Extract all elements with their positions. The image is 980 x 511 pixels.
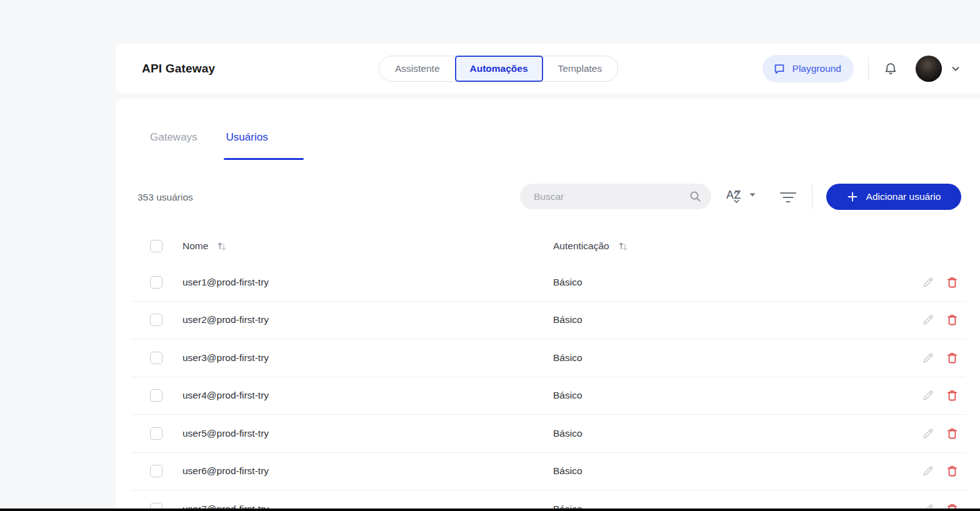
auth-type-cell: Básico bbox=[553, 352, 582, 364]
auth-type-cell: Básico bbox=[553, 465, 582, 477]
bottom-edge-bar bbox=[0, 509, 980, 511]
row-actions bbox=[922, 427, 958, 440]
edit-pencil-icon[interactable] bbox=[922, 389, 934, 402]
user-name-cell: user2@prod-first-try bbox=[182, 314, 269, 325]
add-user-button[interactable]: Adicionar usuário bbox=[826, 184, 961, 210]
playground-label: Playground bbox=[792, 63, 841, 74]
row-checkbox[interactable] bbox=[150, 427, 162, 440]
edit-pencil-icon[interactable] bbox=[922, 427, 934, 440]
header-nav-tabs: Assistente Automações Templates bbox=[379, 56, 618, 82]
content-panel: Gateways Usuários 353 usuários AZ bbox=[116, 99, 980, 511]
row-actions bbox=[922, 389, 958, 402]
chat-bubble-icon bbox=[773, 62, 786, 75]
table-row: user3@prod-first-try Básico bbox=[131, 339, 966, 377]
page-title: API Gateway bbox=[142, 62, 215, 76]
delete-trash-icon[interactable] bbox=[946, 276, 958, 289]
sort-arrows-icon[interactable] bbox=[216, 240, 228, 252]
controls-divider bbox=[812, 184, 812, 209]
notifications-bell-icon[interactable] bbox=[881, 59, 901, 79]
section-tabs: Gateways Usuários bbox=[150, 131, 268, 144]
delete-trash-icon[interactable] bbox=[946, 465, 958, 477]
table-row: user2@prod-first-try Básico bbox=[131, 302, 966, 340]
row-actions bbox=[922, 352, 958, 364]
auth-type-cell: Básico bbox=[553, 277, 582, 288]
tab-usuarios[interactable]: Usuários bbox=[226, 131, 268, 144]
header-right-cluster: Playground bbox=[762, 44, 961, 93]
user-name-cell: user6@prod-first-try bbox=[182, 465, 269, 477]
add-user-label: Adicionar usuário bbox=[866, 191, 941, 202]
auth-type-cell: Básico bbox=[553, 428, 582, 439]
table-row: user5@prod-first-try Básico bbox=[131, 415, 966, 453]
chevron-down-icon[interactable] bbox=[950, 63, 961, 74]
sort-arrows-icon[interactable] bbox=[618, 240, 629, 252]
search-input[interactable] bbox=[520, 184, 711, 209]
row-checkbox[interactable] bbox=[150, 389, 162, 402]
table-header-row: Nome Autenticação bbox=[131, 228, 966, 264]
playground-button[interactable]: Playground bbox=[762, 55, 854, 82]
plus-icon bbox=[847, 191, 858, 202]
user-name-cell: user5@prod-first-try bbox=[182, 428, 269, 439]
select-all-checkbox[interactable] bbox=[150, 240, 162, 252]
row-checkbox[interactable] bbox=[150, 352, 162, 364]
sort-az-icon: AZ bbox=[726, 188, 741, 202]
nav-tab-templates[interactable]: Templates bbox=[542, 56, 618, 81]
row-checkbox[interactable] bbox=[150, 314, 162, 326]
tab-gateways[interactable]: Gateways bbox=[150, 131, 198, 144]
user-name-cell: user4@prod-first-try bbox=[182, 390, 269, 401]
search-box bbox=[520, 184, 711, 209]
table-row: user4@prod-first-try Básico bbox=[131, 377, 966, 415]
search-icon bbox=[689, 190, 702, 206]
header-divider bbox=[868, 57, 869, 80]
column-header-autenticacao: Autenticação bbox=[553, 241, 609, 252]
auth-type-cell: Básico bbox=[553, 390, 582, 401]
table-body: user1@prod-first-try Básico user2@prod-f… bbox=[116, 264, 980, 511]
active-tab-underline bbox=[224, 158, 304, 160]
edit-pencil-icon[interactable] bbox=[922, 276, 934, 289]
delete-trash-icon[interactable] bbox=[946, 314, 958, 326]
header-bar: API Gateway Assistente Automações Templa… bbox=[116, 44, 980, 93]
edit-pencil-icon[interactable] bbox=[922, 352, 934, 364]
user-name-cell: user1@prod-first-try bbox=[182, 277, 269, 288]
user-count: 353 usuários bbox=[138, 192, 193, 203]
avatar[interactable] bbox=[916, 56, 942, 82]
auth-type-cell: Básico bbox=[553, 314, 582, 325]
row-actions bbox=[922, 314, 958, 326]
user-name-cell: user3@prod-first-try bbox=[182, 352, 269, 364]
edit-pencil-icon[interactable] bbox=[922, 314, 934, 326]
nav-tab-automacoes[interactable]: Automações bbox=[455, 56, 543, 82]
row-actions bbox=[922, 276, 958, 289]
filter-icon[interactable] bbox=[779, 191, 798, 207]
delete-trash-icon[interactable] bbox=[946, 427, 958, 440]
row-checkbox[interactable] bbox=[150, 465, 162, 477]
table-row: user6@prod-first-try Básico bbox=[131, 453, 966, 491]
row-checkbox[interactable] bbox=[150, 276, 162, 289]
nav-tab-assistente[interactable]: Assistente bbox=[379, 56, 456, 81]
users-table: Nome Autenticação bbox=[116, 228, 980, 511]
caret-down-icon bbox=[749, 192, 756, 197]
sort-az-dropdown[interactable]: AZ bbox=[726, 188, 756, 202]
edit-pencil-icon[interactable] bbox=[922, 465, 934, 477]
delete-trash-icon[interactable] bbox=[946, 389, 958, 402]
row-actions bbox=[922, 465, 958, 477]
table-row: user1@prod-first-try Básico bbox=[131, 264, 966, 302]
delete-trash-icon[interactable] bbox=[946, 352, 958, 364]
column-header-nome: Nome bbox=[182, 241, 208, 252]
